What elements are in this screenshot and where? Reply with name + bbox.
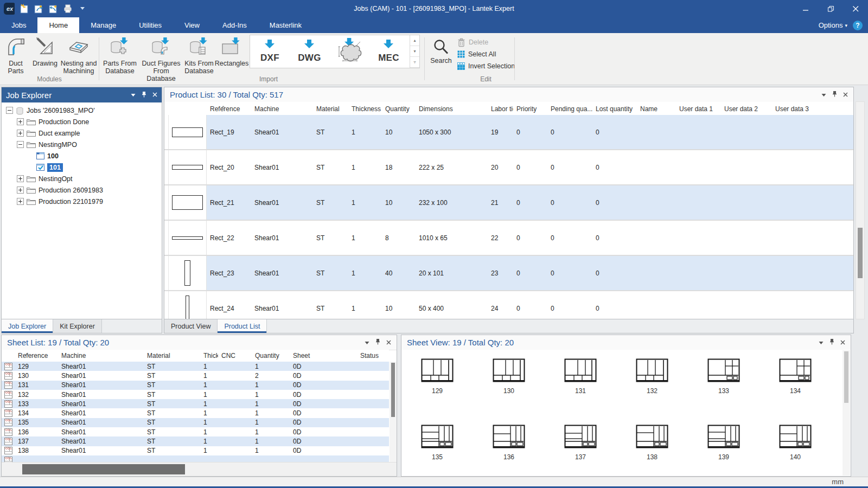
column-header-reference[interactable]: Reference [207, 102, 251, 115]
column-header-dimensions[interactable]: Dimensions [416, 102, 488, 115]
scrollbar-thumb[interactable] [22, 464, 185, 474]
options-button[interactable]: Options ▾ [819, 21, 847, 29]
sheet-row-136[interactable]: 136Shear01ST110D [2, 427, 389, 436]
open-icon[interactable] [33, 3, 44, 14]
gallery-scroll-up[interactable]: ▴ [410, 35, 419, 46]
column-header-thickness[interactable]: Thickness [348, 102, 382, 115]
column-header-user-data-3[interactable]: User data 3 [772, 102, 853, 115]
scrollbar-thumb[interactable] [391, 363, 395, 417]
save-icon[interactable] [48, 3, 59, 14]
button-kits-from-database[interactable]: Kits From Database [183, 35, 215, 75]
import-mec-button[interactable]: MEC [369, 35, 409, 68]
sheet-thumbnail-129[interactable]: 129 [401, 358, 473, 395]
sheet-row-130[interactable]: 130Shear01ST120D [2, 371, 389, 380]
tab-masterlink[interactable]: Masterlink [258, 17, 313, 33]
sheet-thumbnail-136[interactable]: 136 [473, 425, 545, 461]
column-header-labor-tick-[interactable]: Labor tick... [488, 102, 513, 115]
column-header-quantity[interactable]: Quantity [382, 102, 416, 115]
column-header-cnc[interactable]: CNC [218, 350, 252, 362]
help-button[interactable]: ? [853, 21, 863, 30]
import-geometry-button[interactable] [329, 35, 369, 68]
print-icon[interactable] [62, 3, 73, 14]
tab-product-view[interactable]: Product View [164, 319, 218, 333]
product-list-vertical-scrollbar[interactable] [856, 101, 865, 319]
column-header-material[interactable]: Material [144, 350, 200, 362]
sheet-row-135[interactable]: 135Shear01ST110D [2, 418, 389, 427]
expand-icon[interactable] [17, 198, 24, 205]
module-button-nesting-and-machining[interactable]: Nesting and Machining [59, 35, 99, 75]
tab-kit-explorer[interactable]: Kit Explorer [53, 319, 102, 333]
sheet-view-vertical-scrollbar[interactable] [843, 350, 850, 476]
sheet-thumbnail-137[interactable]: 137 [545, 425, 616, 461]
tree-item-production-done[interactable]: Production Done [2, 116, 162, 127]
module-button-drawing[interactable]: Drawing [31, 35, 59, 67]
product-row-rect_20[interactable]: Rect_20Shear01ST118222 x 2520000 [164, 150, 853, 185]
product-row-rect_21[interactable]: Rect_21Shear01ST110232 x 10021000 [164, 185, 853, 221]
sheet-thumbnail-140[interactable]: 140 [760, 425, 831, 461]
tree-item-101[interactable]: 101 [2, 162, 162, 173]
button-rectangles[interactable]: Rectangles [216, 35, 247, 67]
close-icon[interactable] [840, 339, 845, 346]
tab-product-list[interactable]: Product List [218, 319, 267, 333]
tab-manage[interactable]: Manage [79, 17, 127, 33]
new-document-icon[interactable] [18, 3, 29, 14]
tab-job-explorer[interactable]: Job Explorer [2, 319, 53, 333]
button-duct-figures-from-database[interactable]: Duct Figures From Database [140, 35, 182, 82]
close-icon[interactable] [386, 339, 391, 346]
column-header-user-data-1[interactable]: User data 1 [676, 102, 721, 115]
collapse-icon[interactable] [6, 107, 13, 114]
tree-item-nestingopt[interactable]: NestingOpt [2, 173, 162, 184]
sheet-thumbnail-132[interactable]: 132 [616, 358, 688, 395]
pin-icon[interactable] [832, 91, 837, 99]
pin-icon[interactable] [829, 338, 834, 346]
sheet-row[interactable] [2, 455, 389, 462]
tree-item-production-22101979[interactable]: Production 22101979 [2, 196, 162, 207]
sheet-thumbnail-133[interactable]: 133 [688, 358, 760, 395]
minimize-button[interactable] [793, 0, 818, 17]
tab-add-ins[interactable]: Add-Ins [211, 17, 258, 33]
tab-jobs[interactable]: Jobs [0, 17, 37, 33]
sheet-row-133[interactable]: 133Shear01ST110D [2, 399, 389, 408]
product-row-rect_23[interactable]: Rect_23Shear01ST14020 x 10123000 [164, 256, 853, 291]
sheet-row-131[interactable]: 131Shear01ST110D [2, 381, 389, 390]
column-header-machine[interactable]: Machine [251, 102, 313, 115]
product-row-rect_22[interactable]: Rect_22Shear01ST181010 x 6522000 [164, 221, 853, 256]
column-header-sheet[interactable]: Sheet [290, 350, 357, 362]
expand-icon[interactable] [17, 175, 24, 182]
restore-button[interactable] [818, 0, 843, 17]
column-header-machine[interactable]: Machine [58, 350, 144, 362]
expand-icon[interactable] [17, 130, 24, 137]
import-dwg-button[interactable]: DWG [290, 35, 329, 68]
sheet-thumbnail-135[interactable]: 135 [401, 425, 473, 461]
column-header-thickn-[interactable]: Thickn... [200, 350, 218, 362]
sheet-row-129[interactable]: 129Shear01ST110D [2, 362, 389, 371]
column-header-name[interactable]: Name [637, 102, 676, 115]
column-header-priority[interactable]: Priority [513, 102, 547, 115]
sheet-row-138[interactable]: 138Shear01ST110D [2, 446, 389, 455]
quick-access-dropdown-icon[interactable] [77, 3, 88, 14]
button-parts-from-database[interactable]: Parts From Database [102, 35, 138, 75]
tab-home[interactable]: Home [37, 17, 79, 33]
column-header-lost-quantity[interactable]: Lost quantity [592, 102, 637, 115]
column-header-user-data-2[interactable]: User data 2 [721, 102, 772, 115]
tree-item-jobs-26091983-mpo-[interactable]: Jobs '26091983_MPO' [2, 105, 162, 116]
chevron-down-icon[interactable] [131, 91, 136, 99]
invert-selection-button[interactable]: Invert Selection [457, 60, 515, 72]
column-header-material[interactable]: Material [313, 102, 348, 115]
gallery-expand[interactable]: ▿ [410, 57, 419, 68]
select-all-button[interactable]: Select All [457, 48, 515, 60]
tab-utilities[interactable]: Utilities [127, 17, 173, 33]
sheet-thumbnail-139[interactable]: 139 [688, 425, 760, 461]
scrollbar-thumb[interactable] [844, 351, 848, 403]
pin-icon[interactable] [375, 338, 380, 346]
sheet-thumbnail-138[interactable]: 138 [616, 425, 688, 461]
column-header-reference[interactable]: Reference [15, 350, 58, 362]
close-icon[interactable] [152, 91, 157, 99]
chevron-down-icon[interactable] [819, 339, 824, 346]
product-row-rect_24[interactable]: Rect_24Shear01ST11050 x 40024000 [164, 291, 853, 319]
column-header-quantity[interactable]: Quantity [252, 350, 290, 362]
close-icon[interactable] [843, 91, 848, 99]
module-button-duct-parts[interactable]: Duct Parts [1, 35, 30, 75]
sheet-row-134[interactable]: 134Shear01ST110D [2, 408, 389, 418]
import-dxf-button[interactable]: DXF [250, 35, 290, 68]
